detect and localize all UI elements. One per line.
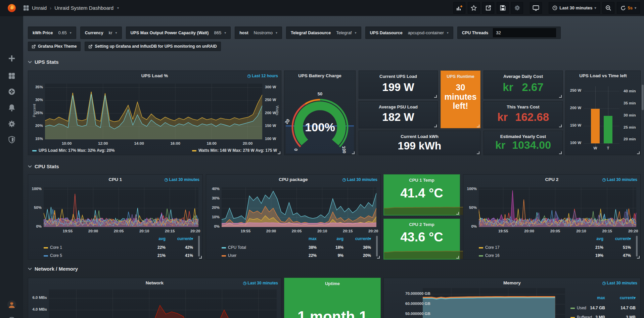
chart-plot[interactable]: 70.000000 GB60.000000 GB50.000000 GB [423, 288, 565, 318]
legend-header-avg[interactable]: avg [579, 236, 603, 241]
legend-scrollbar[interactable] [198, 236, 200, 257]
panel-average-daily-cost: Average Daily Cost kr2.67 [484, 71, 563, 99]
panel-title[interactable]: Memory [384, 280, 640, 285]
dashboard-settings-button[interactable] [511, 2, 523, 14]
chart-plot[interactable]: 6.0 MBs4.0 MBs2.0 MBs [49, 289, 277, 318]
variable-value[interactable]: 0.65 [58, 30, 66, 35]
apps-grid-icon[interactable] [23, 5, 29, 11]
zoom-out-button[interactable] [602, 2, 614, 14]
configuration-menu-item[interactable] [8, 120, 16, 129]
legend-header-max[interactable]: max [292, 236, 317, 241]
row-header-network-memory[interactable]: Network / Memory [28, 266, 78, 272]
time-picker[interactable]: Last 30 minutes ▾ [549, 2, 600, 14]
legend-row-core-16[interactable]: Core 16 [479, 253, 500, 258]
variable-currency[interactable]: Currencykr▾ [80, 27, 122, 39]
x-axis-tick: 20:00 [238, 141, 258, 145]
gridline [584, 143, 619, 144]
breadcrumb-app[interactable]: Unraid [32, 5, 47, 11]
x-axis-tick: 20:00 [519, 229, 539, 233]
variable-value[interactable]: kr [109, 30, 112, 35]
add-panel-button[interactable] [453, 2, 465, 14]
dashboards-menu-item[interactable] [8, 72, 16, 81]
legend-row-cpu-total[interactable]: CPU Total [222, 245, 246, 250]
shield-icon [8, 136, 15, 144]
variable-cpu-threads[interactable]: CPU Threads [457, 27, 561, 39]
variable-value[interactable]: Nostromo [254, 30, 273, 35]
chevron-down-icon[interactable]: ▾ [117, 6, 119, 10]
legend-swatch [44, 247, 48, 248]
variable-ups-datasource[interactable]: UPS Datasourceapcupsd-container▾ [365, 27, 453, 39]
server-admin-menu-item[interactable] [8, 136, 15, 145]
x-axis-tick: 20:10 [134, 229, 154, 233]
legend-header-max[interactable]: max [580, 296, 605, 300]
cycle-view-button[interactable] [530, 2, 542, 14]
gear-icon [8, 120, 16, 128]
legend-row-user[interactable]: User [222, 253, 236, 258]
create-menu-item[interactable] [8, 54, 16, 64]
chart-plot[interactable]: 100%50%0%19:5520:0020:0520:1020:1520:20 [479, 187, 636, 227]
variable-host[interactable]: hostNostromo▾ [235, 27, 282, 39]
legend-row-core-1[interactable]: Core 1 [44, 245, 62, 250]
chevron-down-icon: ▾ [447, 31, 449, 35]
variable-kwh-price[interactable]: kWh Price0.65▾ [28, 27, 76, 39]
dashboard-link[interactable]: Setting up Grafana and InfluxDB for UPS … [85, 42, 221, 51]
legend-header-avg[interactable]: avg [319, 236, 343, 241]
grafana-logo[interactable] [0, 3, 23, 13]
stat-title[interactable]: UPS Runtime [441, 74, 480, 79]
y-axis-tick: 20% [28, 124, 43, 128]
variable-input[interactable] [493, 28, 556, 37]
panel-title[interactable]: UPS Load % [28, 73, 281, 78]
stat-title[interactable]: This Years Cost [484, 104, 562, 109]
stat-title[interactable]: Uptime [284, 281, 380, 286]
explore-menu-item[interactable] [8, 88, 16, 97]
stat-title[interactable]: Average Daily Cost [484, 74, 562, 79]
stat-title[interactable]: Current UPS Load [359, 74, 438, 79]
variable-value[interactable]: Telegraf [336, 30, 352, 35]
legend-header-current[interactable]: current▾ [346, 236, 371, 241]
y-axis-tick: 6.0 MBs [32, 296, 47, 300]
legend-header-current[interactable]: current▾ [606, 236, 631, 241]
alerting-menu-item[interactable] [8, 104, 15, 113]
stat-title[interactable]: CPU 1 Temp [384, 178, 460, 183]
template-variables-row: kWh Price0.65▾Currencykr▾UPS Max Output … [28, 27, 561, 39]
panel-title[interactable]: UPS Battery Charge [284, 73, 355, 78]
chart-plot[interactable]: 100%50%0%19:5520:0020:0520:1020:1520:20 [44, 187, 198, 227]
share-button[interactable] [482, 2, 494, 14]
user-avatar[interactable] [7, 300, 16, 311]
stat-title[interactable]: Estimated Yearly Cost [484, 134, 562, 139]
stat-title[interactable]: Current Load kWh [359, 134, 480, 139]
legend-row-core-17[interactable]: Core 17 [479, 245, 500, 250]
stat-title[interactable]: Average PSU Load [359, 104, 438, 109]
refresh-button[interactable]: 5s ▾ [617, 2, 640, 14]
breadcrumb-page[interactable]: Unraid System Dashboard [54, 5, 113, 11]
y-axis-tick: 50.000000 GB [405, 312, 421, 316]
row-header-ups-stats[interactable]: UPS Stats [28, 59, 59, 65]
stat-title[interactable]: CPU 2 Temp [384, 222, 460, 227]
legend-row-core-5[interactable]: Core 5 [44, 253, 62, 258]
stat-value: 199 W [359, 81, 438, 94]
refresh-interval-label[interactable]: 5s [628, 5, 633, 10]
legend-scrollbar[interactable] [636, 236, 638, 257]
save-button[interactable] [497, 2, 509, 14]
dashboard-link[interactable]: Grafana Plex Theme [28, 42, 81, 51]
variable-ups-max-output-power-capacity-watt-[interactable]: UPS Max Output Power Capacity (Watt)865▾ [126, 27, 231, 39]
row-header-cpu-stats[interactable]: CPU Stats [28, 164, 59, 169]
legend-scrollbar[interactable] [376, 236, 378, 257]
y-axis-tick: 4.0 MBs [32, 307, 47, 311]
variable-value[interactable]: 865 [214, 30, 221, 35]
legend-value: 38% [292, 245, 317, 250]
legend-header-avg[interactable]: avg [141, 236, 166, 241]
panel-title[interactable]: UPS Load vs Time left [566, 73, 640, 78]
page-scrollbar[interactable] [642, 85, 644, 110]
chart-plot[interactable]: 40%30%20%10%0%19:5520:0020:0520:1020:152… [222, 187, 376, 227]
y-axis-tick: 20% [204, 206, 220, 210]
variable-value[interactable]: apcupsd-container [408, 30, 444, 35]
legend-item[interactable]: Watts Min: 148 W Max: 278 W Avg: 175 W [192, 148, 277, 153]
legend-item[interactable]: UPS Load Min: 17% Max: 32% Avg: 20% [32, 148, 115, 153]
help-menu-item[interactable]: ? [7, 317, 16, 318]
legend-header-current[interactable]: current▾ [611, 296, 636, 300]
star-button[interactable] [468, 2, 480, 14]
chart-plot[interactable]: 35%30%25%20%15%300 W250 W200 W150 W100 W… [45, 84, 262, 139]
variable-telegraf-datasource[interactable]: Telegraf DatasourceTelegraf▾ [286, 27, 361, 39]
legend-header-current[interactable]: current▾ [168, 236, 193, 241]
